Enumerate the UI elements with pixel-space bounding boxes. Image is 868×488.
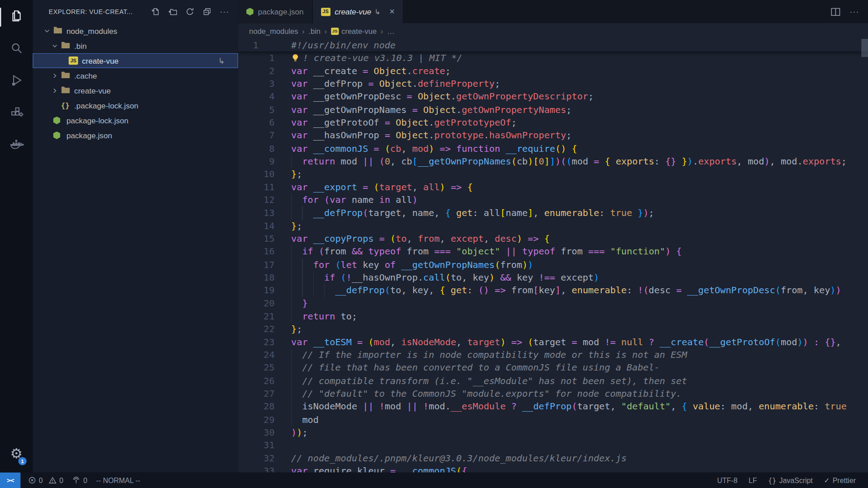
problems-indicator[interactable]: 0 0 <box>28 476 63 484</box>
code-token: { <box>445 208 451 218</box>
tree-item-node-modules[interactable]: node_modules <box>33 23 238 38</box>
tab-package-json[interactable]: package.json <box>238 0 313 23</box>
vim-mode-indicator[interactable]: -- NORMAL -- <box>96 476 141 484</box>
tree-item--package-lock-json[interactable]: {}.package-lock.json <box>33 98 238 113</box>
activity-extensions-button[interactable] <box>0 98 33 130</box>
activity-docker-button[interactable] <box>0 130 33 162</box>
code-token: ( <box>445 272 451 282</box>
code-token: __create <box>660 337 703 347</box>
code-line: 13 __defProp(target, name, { get: all[na… <box>238 206 868 220</box>
explorer-more-actions-button[interactable]: ··· <box>220 9 229 14</box>
code-token: ) <box>594 272 599 282</box>
activity-explorer-button[interactable] <box>0 1 33 33</box>
editor-group[interactable]: package.json JS create-vue ↳ × ··· node_… <box>238 0 868 473</box>
code-token: ! <box>379 401 385 412</box>
tree-item-create-vue[interactable]: JScreate-vue↳ <box>33 53 238 68</box>
code-token: __create <box>308 66 363 76</box>
code-token: "object" <box>456 246 500 257</box>
line-number: 28 <box>238 400 275 413</box>
tree-item-package-lock-json[interactable]: package-lock.json <box>33 113 238 128</box>
code-token <box>462 182 467 192</box>
javascript-file-icon: JS <box>321 8 330 16</box>
code-token <box>522 234 528 244</box>
language-indicator[interactable]: {} JavaScript <box>768 476 813 484</box>
tab-bar: package.json JS create-vue ↳ × ··· <box>238 0 868 23</box>
encoding-indicator[interactable]: UTF-8 <box>717 476 737 484</box>
code-token <box>539 234 544 244</box>
tree-item-label: create-vue <box>74 86 111 95</box>
code-token: . <box>412 79 418 89</box>
editor-scrollbar[interactable] <box>861 39 868 57</box>
tree-item-create-vue[interactable]: create-vue <box>33 83 238 98</box>
indent-guide <box>291 271 324 284</box>
code-token: if <box>324 272 335 282</box>
code-token <box>368 66 373 76</box>
new-folder-button[interactable] <box>168 7 177 16</box>
indent-guide <box>291 245 302 258</box>
code-token <box>687 401 693 412</box>
code-token: ) <box>835 285 841 296</box>
code-token: } <box>291 169 297 179</box>
eol-indicator[interactable]: LF <box>749 476 757 484</box>
line-number: 33 <box>238 465 275 472</box>
sticky-scroll-line: 1 #!/usr/bin/env node <box>238 39 868 52</box>
code-line: 33var require_kleur = __commonJS({ <box>238 465 868 472</box>
node-package-icon <box>53 131 61 139</box>
breadcrumb-item[interactable]: JS create-vue <box>331 27 377 35</box>
code-token: { <box>572 143 577 154</box>
code-token: for <box>313 259 330 270</box>
breadcrumb-item[interactable]: … <box>387 27 395 35</box>
code-token: ; <box>841 156 847 166</box>
line-number: 25 <box>238 361 275 375</box>
code-token <box>671 246 676 257</box>
code-line: 20 } <box>238 297 868 310</box>
code-token: ( <box>495 259 500 270</box>
code-line-content: }; <box>291 323 302 336</box>
code-token: ) <box>412 195 418 205</box>
ports-indicator[interactable]: 0 <box>72 476 87 484</box>
code-token <box>412 91 418 102</box>
code-token: __getProtoOf <box>709 337 775 347</box>
breadcrumb-item[interactable]: .bin <box>308 27 321 35</box>
code-token: . <box>451 91 456 102</box>
code-token <box>357 182 363 192</box>
code-token <box>445 285 451 296</box>
code-line-content: var require_kleur = __commonJS({ <box>291 465 467 472</box>
remote-indicator[interactable]: >< <box>0 473 20 488</box>
tree-item--bin[interactable]: .bin <box>33 38 238 53</box>
editor-more-actions-button[interactable]: ··· <box>850 9 859 14</box>
code-line: 22}; <box>238 323 868 336</box>
tree-item--cache[interactable]: .cache <box>33 68 238 83</box>
split-editor-button[interactable] <box>831 8 840 16</box>
collapse-all-button[interactable] <box>203 7 212 16</box>
activity-run-debug-button[interactable] <box>0 65 33 97</box>
code-token: . <box>484 130 489 141</box>
code-token: exports <box>803 156 841 166</box>
lightbulb-icon[interactable] <box>291 53 299 66</box>
line-number: 2 <box>238 65 275 78</box>
code-token: // "default" to the CommonJS "module.exp… <box>302 388 681 399</box>
tree-item-package-json[interactable]: package.json <box>33 128 238 143</box>
refresh-button[interactable] <box>185 7 194 16</box>
tab-create-vue[interactable]: JS create-vue ↳ × <box>312 0 403 23</box>
files-icon <box>9 9 24 26</box>
error-count: 0 <box>39 476 43 484</box>
code-token <box>308 234 313 244</box>
breadcrumb-item[interactable]: node_modules <box>249 27 298 35</box>
code-token: () <box>555 143 566 154</box>
code-token: ; <box>297 169 302 179</box>
new-file-button[interactable] <box>151 7 160 16</box>
code-line-content: // file that has been converted to a Com… <box>291 361 660 375</box>
manage-button[interactable]: ⚙ 1 <box>0 437 33 469</box>
code-token: return <box>302 156 335 166</box>
code-token: , <box>484 234 495 244</box>
code-token: => <box>451 182 462 192</box>
formatter-indicator[interactable]: ✓ Prettier <box>824 476 856 484</box>
code-editor[interactable]: 1 #!/usr/bin/env node 1! create-vue v3.1… <box>238 39 868 473</box>
code-token <box>390 117 396 128</box>
code-token: var <box>291 143 308 154</box>
code-line-content: var __toESM = (mod, isNodeMode, target) … <box>291 336 841 349</box>
close-tab-button[interactable]: × <box>390 7 395 16</box>
code-token: . <box>456 104 462 115</box>
activity-search-button[interactable] <box>0 33 33 65</box>
